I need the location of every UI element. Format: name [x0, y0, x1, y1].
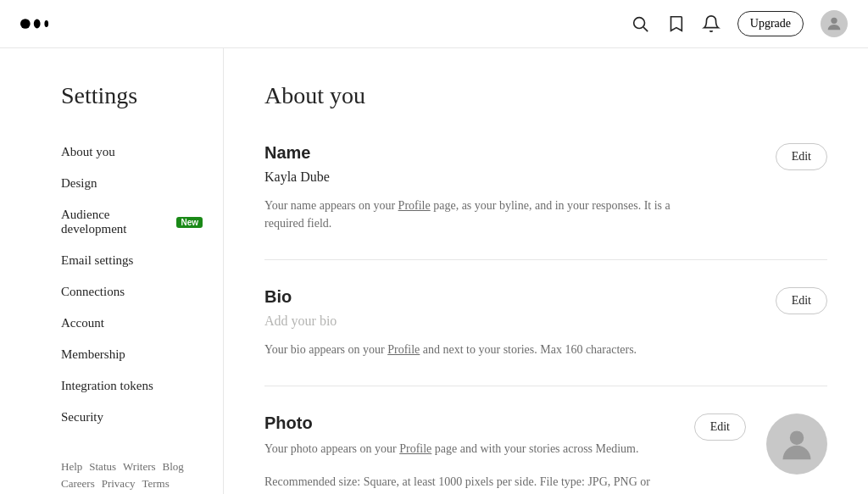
- photo-avatar: [766, 414, 827, 475]
- footer-link-writers[interactable]: Writers: [123, 460, 155, 474]
- sidebar-item-integration-tokens[interactable]: Integration tokens: [61, 370, 203, 402]
- footer-link-privacy[interactable]: Privacy: [102, 477, 136, 491]
- medium-logo[interactable]: [20, 14, 53, 33]
- photo-right: Edit: [694, 414, 827, 475]
- name-section-body: Name Kayla Dube Your name appears on you…: [264, 143, 755, 232]
- notification-bell-icon[interactable]: [702, 14, 721, 33]
- sidebar-item-label: Integration tokens: [61, 379, 153, 393]
- svg-point-3: [633, 18, 644, 29]
- svg-point-2: [44, 20, 48, 27]
- bio-section-body: Bio Add your bio Your bio appears on you…: [264, 287, 755, 358]
- sidebar-item-label: Connections: [61, 285, 125, 299]
- name-section: Name Kayla Dube Your name appears on you…: [264, 143, 827, 260]
- header-right: Upgrade: [631, 10, 848, 37]
- sidebar-item-label: About you: [61, 145, 115, 159]
- header-left: [20, 14, 53, 33]
- header: Upgrade: [0, 0, 868, 48]
- sidebar-nav: About you Design Audience development Ne…: [61, 136, 203, 433]
- photo-desc2: Recommended size: Square, at least 1000 …: [264, 473, 671, 494]
- search-icon[interactable]: [631, 14, 649, 33]
- upgrade-button[interactable]: Upgrade: [737, 11, 804, 36]
- footer-links: Help Status Writers Blog Careers Privacy…: [61, 460, 203, 494]
- photo-label: Photo: [264, 414, 674, 433]
- photo-section-body: Photo Your photo appears on your Profile…: [264, 414, 674, 494]
- footer-link-help[interactable]: Help: [61, 460, 82, 474]
- bio-profile-link[interactable]: Profile: [387, 343, 420, 356]
- footer-link-status[interactable]: Status: [89, 460, 116, 474]
- svg-point-6: [790, 430, 804, 445]
- sidebar-item-label: Audience development: [61, 208, 171, 236]
- footer-link-blog[interactable]: Blog: [163, 460, 184, 474]
- sidebar-item-security[interactable]: Security: [61, 402, 203, 433]
- photo-desc: Your photo appears on your Profile page …: [264, 440, 671, 458]
- bio-edit-button[interactable]: Edit: [776, 287, 827, 314]
- name-profile-link[interactable]: Profile: [398, 199, 431, 212]
- sidebar-item-account[interactable]: Account: [61, 308, 203, 339]
- sidebar-item-label: Account: [61, 316, 104, 330]
- sidebar-title: Settings: [61, 82, 203, 109]
- page-title: About you: [264, 82, 827, 109]
- footer-link-terms[interactable]: Terms: [142, 477, 169, 491]
- sidebar-item-label: Design: [61, 176, 97, 191]
- sidebar-item-label: Email settings: [61, 253, 133, 268]
- svg-point-1: [34, 19, 41, 29]
- sidebar-item-design[interactable]: Design: [61, 168, 203, 199]
- sidebar-item-audience-development[interactable]: Audience development New: [61, 199, 203, 245]
- bookmark-icon[interactable]: [666, 14, 685, 33]
- new-badge: New: [176, 217, 203, 228]
- sidebar-footer: Help Status Writers Blog Careers Privacy…: [61, 433, 203, 494]
- sidebar-item-about-you[interactable]: About you: [61, 136, 203, 168]
- name-edit-button[interactable]: Edit: [776, 143, 827, 170]
- photo-profile-link[interactable]: Profile: [399, 442, 431, 455]
- bio-placeholder: Add your bio: [264, 314, 755, 329]
- photo-edit-button[interactable]: Edit: [694, 414, 746, 441]
- photo-section: Photo Your photo appears on your Profile…: [264, 386, 827, 494]
- main-layout: Settings About you Design Audience devel…: [0, 48, 868, 494]
- svg-point-0: [20, 19, 31, 29]
- bio-label: Bio: [264, 287, 755, 307]
- user-avatar[interactable]: [821, 10, 848, 37]
- bio-section: Bio Add your bio Your bio appears on you…: [264, 260, 827, 386]
- name-value: Kayla Dube: [264, 169, 755, 185]
- sidebar-item-label: Security: [61, 410, 103, 425]
- sidebar: Settings About you Design Audience devel…: [0, 48, 224, 494]
- footer-link-careers[interactable]: Careers: [61, 477, 95, 491]
- sidebar-item-connections[interactable]: Connections: [61, 276, 203, 308]
- main-content: About you Name Kayla Dube Your name appe…: [224, 48, 868, 494]
- name-desc: Your name appears on your Profile page, …: [264, 197, 671, 232]
- sidebar-item-email-settings[interactable]: Email settings: [61, 245, 203, 276]
- svg-point-5: [831, 18, 837, 24]
- sidebar-item-membership[interactable]: Membership: [61, 339, 203, 370]
- name-label: Name: [264, 143, 755, 163]
- svg-line-4: [643, 27, 648, 31]
- bio-desc: Your bio appears on your Profile and nex…: [264, 341, 671, 358]
- sidebar-item-label: Membership: [61, 347, 125, 362]
